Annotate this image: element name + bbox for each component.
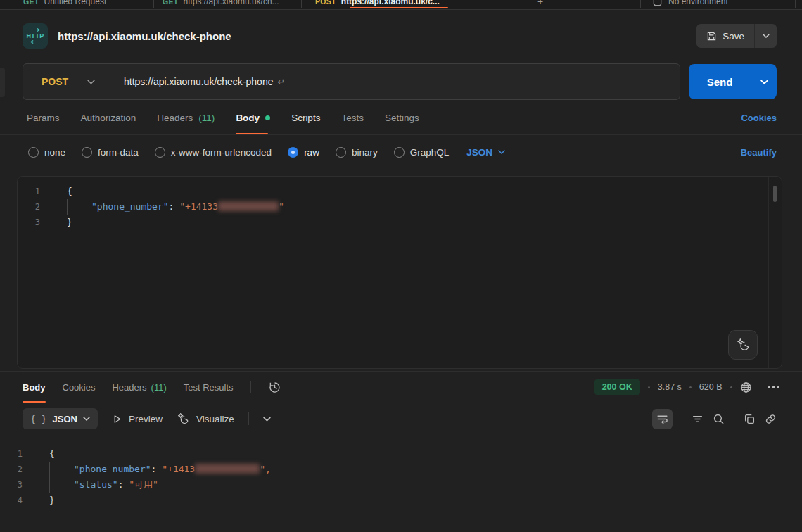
app-window: GET Untitled Request GET https://api.xia… [0,0,802,532]
response-tab-body[interactable]: Body [23,372,46,403]
response-body-viewer[interactable]: 1 { 2 "phone_number": "+1413", 3 "status… [0,435,802,532]
word-wrap-icon [656,413,668,425]
response-meta-row: Body Cookies Headers(11) Test Results 20… [0,372,802,403]
tab-divider [301,0,302,8]
radio-form-data[interactable]: form-data [82,147,139,158]
copy-icon [744,413,756,425]
send-button[interactable]: Send [689,64,751,99]
radio-circle [394,147,405,158]
chevron-down-icon [760,80,768,84]
editor-scroll-gutter [768,177,769,368]
environment-selector[interactable]: No environment [652,0,728,10]
status-badge[interactable]: 200 OK [594,379,640,395]
radio-circle [336,147,346,158]
sparkle-circle-icon [177,412,190,426]
more-options-button[interactable] [768,386,780,388]
divider [248,412,249,425]
headers-count: (11) [198,113,215,123]
radio-x-www-form-urlencoded[interactable]: x-www-form-urlencoded [155,147,272,158]
send-options-button[interactable] [751,64,777,99]
line-number: 2 [18,199,53,215]
response-tab-headers[interactable]: Headers(11) [112,372,166,403]
radio-circle [28,147,39,158]
url-box: POST https://api.xiaomu.uk/check-phone↵ [23,63,680,100]
left-edge-handle[interactable] [0,68,5,97]
word-wrap-button[interactable] [652,409,673,429]
request-body-editor[interactable]: 1 { 2 "phone_number": "+14133" 3 } [17,176,782,369]
save-options-button[interactable] [754,24,777,48]
save-icon [706,31,717,42]
response-tools-right [652,409,777,429]
cookies-link[interactable]: Cookies [741,113,777,123]
new-tab-button[interactable]: + [537,0,543,10]
chevron-down-icon [763,34,770,38]
tab-divider [528,0,528,8]
response-tab-test-results[interactable]: Test Results [184,372,234,403]
radio-binary[interactable]: binary [336,147,378,158]
tab-divider [795,0,796,8]
response-body-code: 1 { 2 "phone_number": "+1413", 3 "status… [0,439,802,508]
tab-scripts[interactable]: Scripts [291,101,320,134]
environment-icon [652,0,663,7]
response-size[interactable]: 620 B [699,382,723,392]
method-select[interactable]: POST [23,64,108,99]
request-url-row: POST https://api.xiaomu.uk/check-phone↵ … [0,62,802,101]
play-icon [112,414,122,424]
code-line: 3 } [18,215,782,230]
tab-headers[interactable]: Headers(11) [157,101,215,134]
indent-guide [49,462,74,477]
divider [250,381,251,393]
tab-params[interactable]: Params [27,101,60,134]
save-button[interactable]: Save [696,24,754,48]
request-tab-2[interactable]: GET https://api.xiaomu.uk/ch... [163,0,279,10]
response-history-button[interactable] [268,381,281,394]
divider [760,381,760,393]
raw-format-select[interactable]: JSON [466,147,505,158]
radio-none[interactable]: none [28,147,65,158]
editor-scrollbar[interactable] [773,186,777,202]
response-status-group: 200 OK 3.87 s 620 B [594,379,779,395]
search-response-button[interactable] [713,413,725,425]
preview-button[interactable]: Preview [112,414,163,424]
tab-tests[interactable]: Tests [341,101,364,134]
dot-separator [648,386,650,388]
divider [682,412,682,425]
method-badge-get: GET [23,0,39,6]
response-headers-count: (11) [151,382,167,393]
code-line: 1 { [18,184,782,199]
copy-response-button[interactable] [744,413,756,425]
divider [734,412,734,425]
beautify-link[interactable]: Beautify [741,147,777,158]
response-format-select[interactable]: { } JSON [23,408,98,429]
link-icon [765,413,777,425]
save-split-button: Save [696,24,777,48]
save-label: Save [723,31,744,42]
response-time[interactable]: 3.87 s [658,382,682,392]
indent-guide [67,199,91,215]
visualize-button[interactable]: Visualize [177,412,234,426]
postbot-ai-button[interactable] [728,330,758,360]
return-char: ↵ [277,77,285,87]
arrow-left-icon [28,40,42,44]
code-line: 4 } [0,493,802,508]
body-type-row: none form-data x-www-form-urlencoded raw… [0,138,802,166]
request-body-code: 1 { 2 "phone_number": "+14133" 3 } [18,177,782,230]
copy-link-button[interactable] [765,413,777,425]
chevron-down-icon [263,417,271,422]
collapse-toolbar-button[interactable] [263,417,271,422]
tab-settings[interactable]: Settings [385,101,419,134]
filter-icon [692,413,704,425]
tab-authorization[interactable]: Authorization [81,101,136,134]
network-info-button[interactable] [740,381,752,393]
line-number: 1 [0,446,35,462]
url-input[interactable]: https://api.xiaomu.uk/check-phone↵ [108,76,285,87]
globe-icon [740,381,752,393]
method-badge-post: POST [315,0,336,6]
search-icon [713,413,725,425]
response-tab-cookies[interactable]: Cookies [63,372,96,403]
filter-button[interactable] [692,413,704,425]
radio-graphql[interactable]: GraphQL [394,147,450,158]
request-tab-1[interactable]: GET Untitled Request [23,0,106,10]
tab-body[interactable]: Body [236,101,270,134]
radio-raw[interactable]: raw [288,147,319,158]
